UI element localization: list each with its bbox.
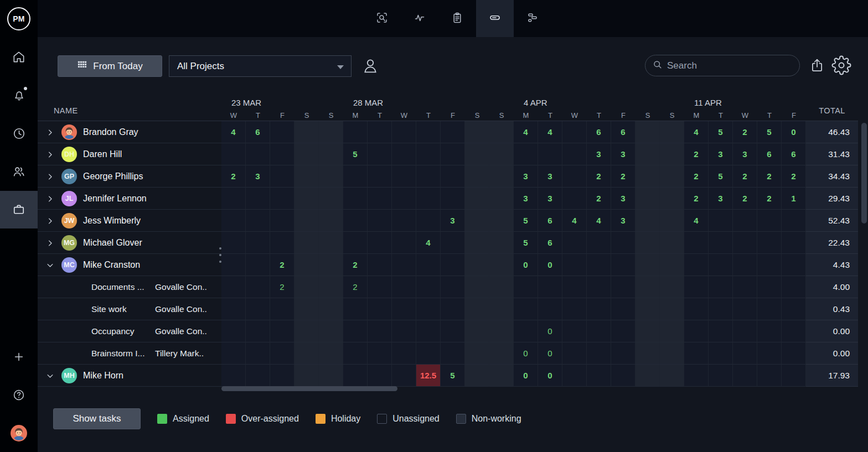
chevron-right-icon[interactable] bbox=[46, 150, 54, 159]
grid-cell[interactable] bbox=[587, 276, 611, 298]
grid-cell[interactable] bbox=[562, 365, 587, 387]
grid-cell[interactable] bbox=[684, 342, 709, 365]
grid-cell[interactable] bbox=[636, 121, 660, 143]
assigned-cell[interactable]: 0 bbox=[514, 342, 538, 365]
grid-cell[interactable] bbox=[538, 276, 562, 298]
grid-cell[interactable] bbox=[246, 210, 270, 232]
grid-cell[interactable] bbox=[319, 298, 343, 320]
grid-cell[interactable] bbox=[636, 342, 660, 365]
sidebar-item-notifications[interactable] bbox=[0, 76, 38, 114]
grid-cell[interactable] bbox=[636, 365, 660, 387]
assigned-cell[interactable]: 5 bbox=[514, 232, 538, 254]
grid-cell[interactable] bbox=[782, 254, 806, 276]
assigned-cell[interactable]: 4 bbox=[416, 232, 441, 254]
grid-cell[interactable] bbox=[660, 165, 684, 188]
grid-cell[interactable] bbox=[611, 320, 636, 342]
grid-cell[interactable] bbox=[294, 143, 319, 165]
grid-cell[interactable] bbox=[270, 143, 294, 165]
grid-cell[interactable] bbox=[538, 298, 562, 320]
assigned-cell[interactable]: 3 bbox=[538, 188, 562, 210]
grid-cell[interactable] bbox=[368, 143, 392, 165]
horizontal-scrollbar[interactable] bbox=[221, 386, 397, 391]
grid-cell[interactable] bbox=[782, 210, 806, 232]
grid-cell[interactable] bbox=[709, 232, 733, 254]
assigned-cell[interactable]: 2 bbox=[684, 188, 709, 210]
grid-cell[interactable] bbox=[343, 298, 368, 320]
grid-cell[interactable] bbox=[660, 298, 684, 320]
grid-cell[interactable] bbox=[514, 298, 538, 320]
grid-cell[interactable] bbox=[465, 143, 489, 165]
grid-cell[interactable] bbox=[294, 298, 319, 320]
grid-cell[interactable] bbox=[221, 210, 246, 232]
sidebar-item-time[interactable] bbox=[0, 115, 38, 152]
grid-cell[interactable] bbox=[270, 232, 294, 254]
grid-cell[interactable] bbox=[319, 165, 343, 188]
grid-cell[interactable] bbox=[343, 121, 368, 143]
grid-cell[interactable] bbox=[733, 210, 757, 232]
grid-cell[interactable] bbox=[782, 320, 806, 342]
assigned-cell[interactable]: 0 bbox=[538, 342, 562, 365]
grid-cell[interactable] bbox=[660, 188, 684, 210]
resource-name-cell[interactable]: MHMike Horn bbox=[38, 365, 221, 387]
grid-cell[interactable] bbox=[270, 365, 294, 387]
grid-cell[interactable] bbox=[465, 320, 489, 342]
grid-cell[interactable] bbox=[611, 342, 636, 365]
grid-cell[interactable] bbox=[684, 232, 709, 254]
assigned-cell[interactable]: 6 bbox=[538, 210, 562, 232]
grid-cell[interactable] bbox=[782, 342, 806, 365]
assigned-cell[interactable]: 2 bbox=[343, 254, 368, 276]
chevron-right-icon[interactable] bbox=[46, 239, 54, 247]
grid-cell[interactable] bbox=[636, 298, 660, 320]
grid-cell[interactable] bbox=[757, 320, 782, 342]
grid-cell[interactable] bbox=[465, 232, 489, 254]
grid-cell[interactable] bbox=[246, 365, 270, 387]
assigned-cell[interactable]: 3 bbox=[514, 165, 538, 188]
assigned-cell[interactable]: 6 bbox=[782, 143, 806, 165]
grid-cell[interactable] bbox=[441, 342, 465, 365]
grid-cell[interactable] bbox=[636, 320, 660, 342]
grid-cell[interactable] bbox=[562, 121, 587, 143]
assigned-cell[interactable]: 2 bbox=[757, 165, 782, 188]
grid-cell[interactable] bbox=[611, 365, 636, 387]
grid-cell[interactable] bbox=[611, 232, 636, 254]
assigned-cell[interactable]: 2 bbox=[733, 188, 757, 210]
assigned-cell[interactable]: 3 bbox=[709, 143, 733, 165]
assigned-cell[interactable]: 3 bbox=[611, 210, 636, 232]
assigned-cell[interactable]: 5 bbox=[343, 143, 368, 165]
grid-cell[interactable] bbox=[270, 165, 294, 188]
grid-cell[interactable] bbox=[368, 298, 392, 320]
grid-cell[interactable] bbox=[562, 320, 587, 342]
chevron-right-icon[interactable] bbox=[46, 173, 54, 181]
grid-cell[interactable] bbox=[489, 188, 514, 210]
grid-cell[interactable] bbox=[538, 143, 562, 165]
grid-cell[interactable] bbox=[392, 232, 416, 254]
grid-cell[interactable] bbox=[489, 232, 514, 254]
grid-cell[interactable] bbox=[441, 188, 465, 210]
grid-cell[interactable] bbox=[709, 210, 733, 232]
grid-cell[interactable] bbox=[368, 121, 392, 143]
grid-cell[interactable] bbox=[660, 342, 684, 365]
grid-cell[interactable] bbox=[757, 342, 782, 365]
grid-cell[interactable] bbox=[636, 254, 660, 276]
grid-cell[interactable] bbox=[465, 188, 489, 210]
export-button[interactable] bbox=[809, 56, 825, 77]
grid-cell[interactable] bbox=[392, 276, 416, 298]
assigned-cell[interactable]: 0 bbox=[514, 254, 538, 276]
grid-cell[interactable] bbox=[392, 320, 416, 342]
grid-cell[interactable] bbox=[416, 342, 441, 365]
grid-cell[interactable] bbox=[782, 276, 806, 298]
grid-cell[interactable] bbox=[660, 210, 684, 232]
grid-cell[interactable] bbox=[246, 342, 270, 365]
grid-cell[interactable] bbox=[368, 320, 392, 342]
grid-cell[interactable] bbox=[294, 232, 319, 254]
grid-cell[interactable] bbox=[270, 210, 294, 232]
grid-cell[interactable] bbox=[343, 320, 368, 342]
grid-cell[interactable] bbox=[660, 143, 684, 165]
resource-name-cell[interactable]: MGMichael Glover bbox=[38, 232, 221, 254]
grid-cell[interactable] bbox=[733, 342, 757, 365]
over-assigned-cell[interactable]: 12.5 bbox=[416, 365, 441, 387]
sidebar-item-workload[interactable] bbox=[0, 191, 38, 228]
task-name-cell[interactable]: OccupancyGovalle Con.. bbox=[38, 320, 221, 342]
grid-cell[interactable] bbox=[782, 298, 806, 320]
grid-cell[interactable] bbox=[221, 342, 246, 365]
